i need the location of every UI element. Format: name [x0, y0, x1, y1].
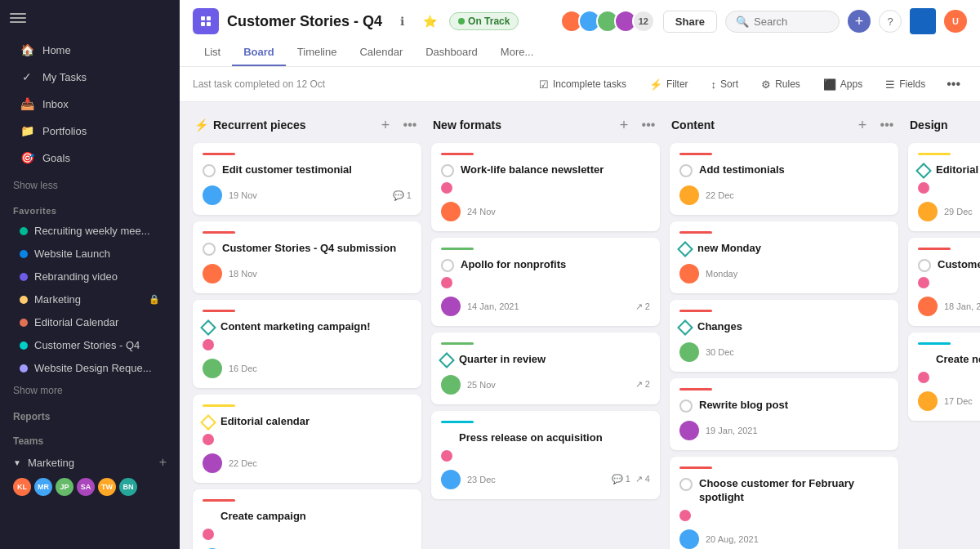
card-header: Customer spo...: [918, 258, 980, 272]
fav-label: Website Launch: [34, 248, 110, 260]
card-checkbox[interactable]: [679, 164, 693, 177]
tab-list[interactable]: List: [193, 39, 232, 66]
card[interactable]: Customer spo... 18 Jan, 2021: [908, 238, 980, 326]
filter-button[interactable]: ⚡ Filter: [641, 74, 697, 95]
card-checkbox[interactable]: [203, 243, 216, 256]
fields-button[interactable]: ☰ Fields: [877, 74, 933, 95]
fav-dot: [20, 227, 28, 235]
tab-more---[interactable]: More...: [489, 39, 545, 66]
card[interactable]: Add testimonials 22 Dec: [670, 143, 898, 215]
team-add-icon[interactable]: +: [159, 455, 167, 470]
card-header: Work-life balance newsletter: [441, 163, 650, 177]
star-icon-btn[interactable]: ⭐: [418, 10, 441, 33]
column-more-button[interactable]: •••: [877, 115, 897, 135]
card-checkbox[interactable]: [203, 164, 216, 177]
card[interactable]: Editorial calendar 22 Dec: [193, 395, 421, 483]
card-meta: ↗ 2: [635, 379, 650, 390]
card-diamond: [677, 319, 693, 336]
sidebar-fav-customer-stories[interactable]: Customer Stories - Q4: [7, 334, 173, 356]
column-recurrent: ⚡ Recurrent pieces + ••• Edit customer t…: [193, 115, 421, 536]
blue-square-icon[interactable]: [910, 8, 936, 34]
card[interactable]: Customer Stories - Q4 submission 18 Nov: [193, 221, 421, 293]
card-tag: [679, 510, 691, 521]
rules-button[interactable]: ⚙ Rules: [753, 74, 808, 95]
user-avatar[interactable]: U: [944, 10, 967, 33]
column-more-button[interactable]: •••: [400, 115, 420, 135]
apps-button[interactable]: ⬛ Apps: [815, 74, 871, 95]
sidebar-fav-marketing[interactable]: Marketing🔒: [7, 288, 173, 310]
sidebar-fav-website-design[interactable]: Website Design Reque...: [7, 357, 173, 379]
card-tag: [918, 182, 929, 194]
tab-dashboard[interactable]: Dashboard: [414, 39, 489, 66]
column-add-button[interactable]: +: [853, 115, 872, 135]
show-less-link[interactable]: Show less: [0, 175, 180, 196]
incomplete-tasks-button[interactable]: ☑ Incomplete tasks: [531, 74, 635, 95]
sidebar-item-home[interactable]: 🏠Home: [7, 37, 173, 63]
card[interactable]: 🖼 Press release on acquisition 23 Dec 💬 …: [431, 411, 660, 499]
sidebar-toggle[interactable]: [0, 7, 180, 33]
tab-timeline[interactable]: Timeline: [286, 39, 349, 66]
tab-board[interactable]: Board: [232, 39, 286, 66]
card-footer: 24 Nov: [441, 202, 650, 221]
home-icon: 🏠: [20, 42, 34, 57]
card-checkbox[interactable]: [441, 259, 454, 272]
sidebar-item-my-tasks[interactable]: ✓My Tasks: [7, 64, 173, 90]
card[interactable]: Work-life balance newsletter 24 Nov: [431, 143, 660, 231]
search-box[interactable]: 🔍: [725, 11, 840, 33]
card[interactable]: 🖼 Create new in... 17 Dec: [908, 333, 980, 421]
card[interactable]: Content marketing campaign! 16 Dec: [193, 300, 421, 388]
marketing-team[interactable]: ▼ Marketing +: [0, 450, 180, 475]
card[interactable]: new Monday Monday: [670, 221, 898, 293]
show-more-link[interactable]: Show more: [0, 380, 180, 401]
card[interactable]: 🖼 Create campaign: [193, 489, 421, 549]
share-button[interactable]: Share: [663, 11, 717, 33]
column-add-button[interactable]: +: [614, 115, 634, 135]
fields-icon: ☰: [885, 78, 895, 91]
help-button[interactable]: ?: [879, 10, 902, 33]
sidebar-item-portfolios[interactable]: 📁Portfolios: [7, 118, 173, 144]
column-more-button[interactable]: •••: [639, 115, 658, 135]
tab-calendar[interactable]: Calendar: [348, 39, 414, 66]
card-checkbox[interactable]: [679, 399, 693, 413]
card-footer: 22 Dec: [679, 185, 889, 205]
card[interactable]: Editorial cale... 29 Dec: [908, 143, 980, 231]
fav-dot: [20, 341, 28, 350]
card-checkbox[interactable]: [441, 164, 454, 177]
card-special-icon: 🖼: [203, 510, 214, 523]
my-tasks-icon: ✓: [20, 69, 34, 84]
card-title: Choose customer for February spotlight: [699, 477, 889, 505]
sidebar-fav-recruiting[interactable]: Recruiting weekly mee...: [7, 220, 173, 242]
card-color-bar: [203, 499, 235, 502]
toolbar-more-button[interactable]: •••: [940, 74, 967, 95]
card[interactable]: Quarter in review 25 Nov ↗ 2: [431, 333, 660, 404]
team-avatar-4: TW: [98, 478, 116, 496]
card[interactable]: Rewrite blog post 19 Jan, 2021: [670, 378, 898, 450]
card[interactable]: Apollo for nonprofits 14 Jan, 2021 ↗ 2: [431, 238, 660, 326]
sidebar-fav-website-launch[interactable]: Website Launch: [7, 243, 173, 265]
sidebar-fav-editorial[interactable]: Editorial Calendar: [7, 311, 173, 333]
card-date: 25 Nov: [467, 380, 496, 390]
header-icons: ℹ ⭐: [390, 10, 441, 33]
sidebar-item-goals[interactable]: 🎯Goals: [7, 145, 173, 171]
info-icon-btn[interactable]: ℹ: [390, 10, 413, 33]
card[interactable]: Changes 30 Dec: [670, 300, 898, 372]
add-circle-button[interactable]: +: [848, 10, 871, 33]
card-date: 18 Nov: [229, 269, 257, 279]
column-add-button[interactable]: +: [376, 115, 395, 135]
sidebar-fav-rebranding[interactable]: Rebranding video: [7, 266, 173, 288]
sidebar-item-inbox[interactable]: 📥Inbox: [7, 91, 173, 117]
card[interactable]: Edit customer testimonial 19 Nov 💬 1: [193, 143, 421, 215]
card-title: Apollo for nonprofits: [461, 258, 650, 272]
card[interactable]: Choose customer for February spotlight 2…: [670, 457, 898, 549]
sort-button[interactable]: ↕ Sort: [703, 74, 747, 95]
favorites-list: Recruiting weekly mee...Website LaunchRe…: [0, 219, 180, 380]
card-checkbox[interactable]: [679, 478, 693, 491]
search-input[interactable]: [754, 16, 819, 28]
card-title: Edit customer testimonial: [222, 163, 412, 177]
card-checkbox[interactable]: [918, 259, 931, 272]
card-avatar: [918, 297, 938, 316]
card-subtask-count: ↗ 4: [635, 474, 650, 484]
header-top: Customer Stories - Q4 ℹ ⭐ On Track 12 Sh…: [193, 0, 967, 39]
status-text: On Track: [468, 16, 510, 27]
fav-label: Customer Stories - Q4: [34, 339, 140, 351]
